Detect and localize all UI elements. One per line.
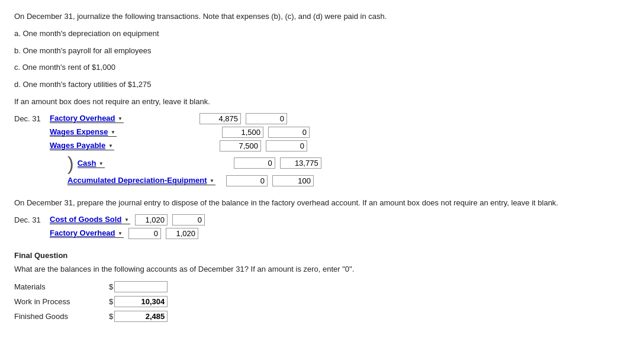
account-select-wrapper-6[interactable]: Cost of Goods Sold bbox=[50, 215, 130, 224]
account-select-wrapper-4[interactable]: Cash bbox=[78, 159, 105, 168]
wip-input[interactable] bbox=[114, 296, 168, 307]
blank-note: If an amount box does not require an ent… bbox=[14, 96, 604, 108]
credit-input-4[interactable] bbox=[280, 157, 321, 169]
account-select-wrapper-1[interactable]: Factory Overhead bbox=[50, 114, 124, 123]
materials-label: Materials bbox=[14, 282, 109, 291]
account-select-5[interactable]: Accumulated Depreciation-Equipment bbox=[67, 176, 215, 185]
materials-input[interactable] bbox=[114, 281, 168, 292]
account-select-1[interactable]: Factory Overhead bbox=[50, 114, 124, 123]
instruction-b: b. One month's payroll for all employees bbox=[14, 45, 604, 57]
credit-input-1[interactable] bbox=[246, 113, 287, 124]
balance-row-materials: Materials $ bbox=[14, 281, 604, 292]
account-select-3[interactable]: Wages Payable bbox=[50, 141, 114, 150]
instruction-c: c. One month's rent of $1,000 bbox=[14, 62, 604, 74]
final-question-title: Final Question bbox=[14, 251, 604, 260]
credit-input-2[interactable] bbox=[268, 127, 310, 138]
account-select-wrapper-3[interactable]: Wages Payable bbox=[50, 141, 114, 150]
journal-row-2: Wages Expense bbox=[50, 127, 604, 138]
debit-input-3[interactable] bbox=[220, 140, 261, 152]
bracket-icon: ) bbox=[67, 154, 74, 173]
journal-row-3: Wages Payable bbox=[50, 140, 604, 152]
date-label-2: Dec. 31 bbox=[14, 215, 50, 224]
instruction-d: d. One month's factory utilities of $1,2… bbox=[14, 79, 604, 91]
account-select-wrapper-7[interactable]: Factory Overhead bbox=[50, 228, 124, 238]
wip-dollar: $ bbox=[109, 297, 113, 306]
account-select-wrapper-2[interactable]: Wages Expense bbox=[50, 127, 117, 137]
journal-entry-1: Dec. 31 Factory Overhead Wages Expense W… bbox=[14, 113, 604, 186]
balance-row-wip: Work in Process $ bbox=[14, 296, 604, 307]
materials-dollar: $ bbox=[109, 282, 113, 291]
debit-input-2[interactable] bbox=[222, 127, 263, 138]
credit-input-3[interactable] bbox=[266, 140, 307, 152]
balance-rows: Materials $ Work in Process $ Finished G… bbox=[14, 281, 604, 322]
account-select-7[interactable]: Factory Overhead bbox=[50, 228, 124, 238]
debit-input-7[interactable] bbox=[128, 228, 161, 239]
finished-label: Finished Goods bbox=[14, 312, 109, 321]
account-select-wrapper-5[interactable]: Accumulated Depreciation-Equipment bbox=[67, 176, 215, 185]
final-question-instruction: What are the balances in the following a… bbox=[14, 263, 604, 276]
date-label-1: Dec. 31 bbox=[14, 114, 50, 123]
finished-dollar: $ bbox=[109, 312, 113, 321]
balance-row-finished: Finished Goods $ bbox=[14, 311, 604, 322]
dispose-instruction: On December 31, prepare the journal entr… bbox=[14, 197, 604, 210]
final-question-section: Final Question What are the balances in … bbox=[14, 251, 604, 323]
debit-input-5[interactable] bbox=[226, 175, 268, 186]
debit-input-1[interactable] bbox=[199, 113, 241, 124]
account-select-6[interactable]: Cost of Goods Sold bbox=[50, 215, 130, 224]
journal-row-1: Dec. 31 Factory Overhead bbox=[14, 113, 604, 124]
journal-row-5: Accumulated Depreciation-Equipment bbox=[67, 175, 604, 186]
wip-label: Work in Process bbox=[14, 297, 109, 306]
credit-input-7[interactable] bbox=[166, 228, 198, 239]
account-select-2[interactable]: Wages Expense bbox=[50, 127, 117, 137]
credit-input-6[interactable] bbox=[172, 214, 205, 226]
main-instruction: On December 31, journalize the following… bbox=[14, 11, 604, 23]
account-select-4[interactable]: Cash bbox=[78, 159, 105, 168]
instruction-a: a. One month's depreciation on equipment bbox=[14, 28, 604, 40]
finished-input[interactable] bbox=[114, 311, 168, 322]
journal2-row-2: Factory Overhead bbox=[50, 228, 604, 239]
debit-input-6[interactable] bbox=[135, 214, 168, 226]
journal-entry-2: Dec. 31 Cost of Goods Sold Factory Overh… bbox=[14, 214, 604, 239]
credit-input-5[interactable] bbox=[272, 175, 314, 186]
journal-row-4: ) Cash bbox=[67, 154, 604, 173]
debit-input-4[interactable] bbox=[234, 157, 275, 169]
journal2-row-1: Dec. 31 Cost of Goods Sold bbox=[14, 214, 604, 226]
